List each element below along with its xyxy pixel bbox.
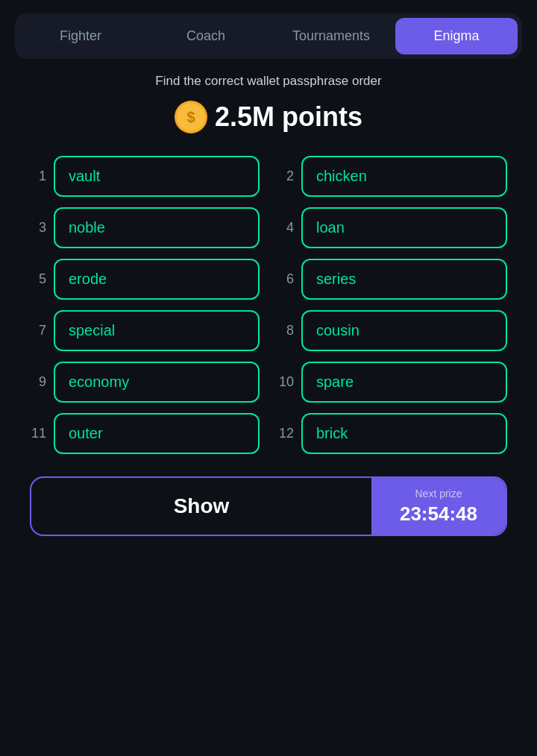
word-cell: 11outer	[30, 413, 260, 454]
word-box[interactable]: loan	[301, 207, 507, 248]
word-box[interactable]: series	[301, 259, 507, 300]
next-prize-timer: 23:54:48	[400, 503, 477, 526]
word-cell: 4loan	[277, 207, 507, 248]
word-box[interactable]: brick	[301, 413, 507, 454]
tab-enigma[interactable]: Enigma	[395, 18, 518, 54]
word-box[interactable]: economy	[54, 362, 260, 403]
word-cell: 9economy	[30, 362, 260, 403]
words-grid: 1vault2chicken3noble4loan5erode6series7s…	[30, 156, 507, 454]
word-number: 1	[30, 168, 46, 184]
tab-coach[interactable]: Coach	[145, 18, 267, 54]
word-box[interactable]: special	[54, 310, 260, 351]
word-cell: 6series	[277, 259, 507, 300]
word-number: 7	[30, 323, 46, 338]
word-box[interactable]: outer	[54, 413, 260, 454]
word-number: 10	[277, 374, 294, 390]
tab-fighter[interactable]: Fighter	[19, 18, 142, 54]
points-row: $ 2.5M points	[175, 101, 362, 133]
word-cell: 12brick	[277, 413, 507, 454]
subtitle: Find the correct wallet passphrase order	[155, 74, 381, 89]
word-number: 9	[30, 374, 46, 390]
show-button[interactable]: Show	[31, 478, 371, 535]
word-number: 6	[277, 271, 294, 287]
word-cell: 3noble	[30, 207, 260, 248]
word-cell: 8cousin	[277, 310, 507, 351]
bottom-bar: Show Next prize 23:54:48	[30, 476, 507, 536]
word-box[interactable]: noble	[54, 207, 260, 248]
word-box[interactable]: spare	[301, 362, 507, 403]
word-number: 11	[30, 426, 46, 441]
points-display: 2.5M points	[215, 101, 362, 133]
word-cell: 2chicken	[277, 156, 507, 197]
word-number: 5	[30, 271, 46, 287]
svg-text:$: $	[186, 109, 195, 125]
tab-tournaments[interactable]: Tournaments	[270, 18, 392, 54]
word-box[interactable]: cousin	[301, 310, 507, 351]
word-number: 8	[277, 323, 294, 338]
word-box[interactable]: chicken	[301, 156, 507, 197]
coin-icon: $	[175, 101, 207, 133]
word-number: 12	[277, 426, 294, 441]
word-box[interactable]: vault	[54, 156, 260, 197]
word-number: 3	[30, 220, 46, 236]
word-number: 4	[277, 220, 294, 236]
word-box[interactable]: erode	[54, 259, 260, 300]
next-prize-panel: Next prize 23:54:48	[371, 478, 506, 535]
word-cell: 1vault	[30, 156, 260, 197]
next-prize-label: Next prize	[415, 488, 462, 500]
word-number: 2	[277, 168, 294, 184]
word-cell: 10spare	[277, 362, 507, 403]
word-cell: 7special	[30, 310, 260, 351]
word-cell: 5erode	[30, 259, 260, 300]
nav-bar: Fighter Coach Tournaments Enigma	[15, 13, 522, 59]
